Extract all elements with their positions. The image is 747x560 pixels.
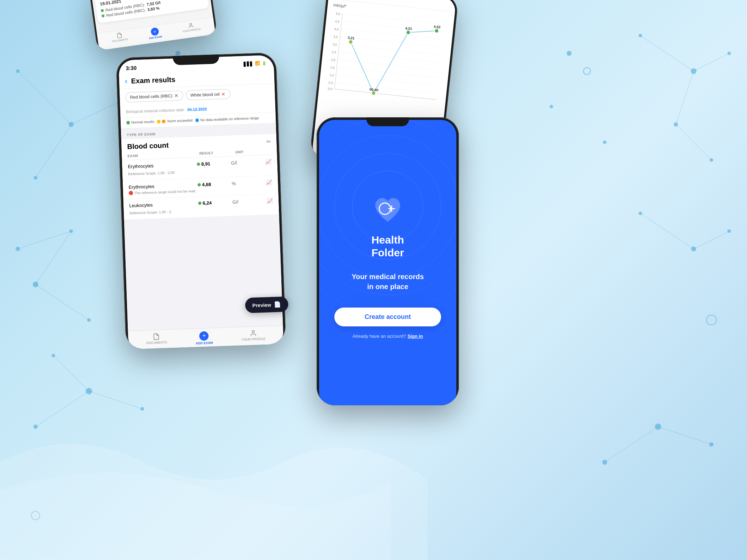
status-time-p2: 3:30 bbox=[126, 65, 137, 71]
rbc-tag-close[interactable]: ✕ bbox=[174, 93, 179, 98]
svg-point-36 bbox=[141, 407, 144, 411]
nav-profile-p2[interactable]: YOUR PROFILE bbox=[241, 329, 265, 343]
preview-label: Preview bbox=[252, 302, 271, 308]
legend-normal-label: Normal results bbox=[131, 119, 154, 124]
svg-point-26 bbox=[691, 68, 696, 74]
svg-point-27 bbox=[727, 52, 731, 55]
bio-date-value: 04.12.2022 bbox=[187, 107, 207, 112]
leukocytes-ref: Reference Scope: 1,00 - 2, bbox=[129, 210, 172, 215]
svg-line-13 bbox=[53, 356, 89, 391]
preview-tooltip[interactable]: Preview 📄 bbox=[245, 297, 288, 313]
wbc-tag-close[interactable]: ✕ bbox=[221, 91, 226, 97]
svg-point-37 bbox=[602, 460, 607, 465]
phone4-wrapper: Health Folder Your medical records in on… bbox=[317, 117, 459, 405]
svg-point-17 bbox=[16, 69, 20, 73]
svg-point-25 bbox=[639, 34, 642, 37]
health-folder-logo bbox=[372, 195, 404, 227]
chart-icon-e1[interactable]: 📈 bbox=[265, 159, 272, 165]
nav-add-exam-p1[interactable]: + ADD EXAM bbox=[148, 27, 162, 39]
signal-icon-p2: ▋▋▋ bbox=[243, 61, 253, 66]
svg-line-72 bbox=[334, 89, 436, 100]
svg-point-43 bbox=[550, 105, 553, 108]
svg-line-0 bbox=[18, 71, 71, 124]
svg-line-8 bbox=[676, 71, 694, 124]
svg-point-18 bbox=[69, 122, 74, 127]
svg-text:3,21: 3,21 bbox=[348, 36, 355, 40]
create-account-button[interactable]: Create account bbox=[334, 308, 441, 326]
nav-add-exam-p2[interactable]: + ADD EXAM bbox=[195, 331, 213, 345]
svg-line-63 bbox=[340, 37, 442, 47]
signin-section: Already have an account? Sign in bbox=[353, 333, 423, 339]
svg-text:4,21: 4,21 bbox=[405, 26, 413, 31]
svg-text:3,0: 3,0 bbox=[333, 43, 337, 47]
svg-point-21 bbox=[16, 247, 20, 251]
nav-documents-p1[interactable]: DOCUMENTS bbox=[111, 32, 128, 45]
svg-line-15 bbox=[605, 427, 658, 462]
svg-text:12.06.2022: 12.06.2022 bbox=[338, 92, 352, 97]
edit-icon-blood[interactable]: ✏ bbox=[266, 138, 271, 145]
svg-line-65 bbox=[338, 52, 440, 63]
svg-line-9 bbox=[676, 124, 711, 160]
phone2-wrapper: 3:30 ▋▋▋ 📶 🔋 ‹ Exam results Red blood ce… bbox=[116, 52, 286, 349]
app-logo: Health Folder bbox=[371, 195, 404, 259]
nav-profile-p1[interactable]: YOUR PROFILE bbox=[181, 21, 201, 35]
svg-text:0,0: 0,0 bbox=[328, 87, 332, 91]
svg-line-4 bbox=[36, 231, 71, 284]
svg-point-40 bbox=[175, 51, 180, 56]
filter-tag-rbc[interactable]: Red blood cells (RBC) ✕ bbox=[125, 91, 183, 103]
wbc-tag-label: White blood cel bbox=[190, 92, 219, 98]
svg-line-11 bbox=[694, 231, 729, 249]
svg-text:4,5: 4,5 bbox=[335, 20, 339, 23]
svg-point-34 bbox=[86, 388, 92, 394]
svg-point-45 bbox=[31, 511, 40, 520]
rbc-item2-value: 3,83 % bbox=[147, 6, 160, 12]
blood-count-title: Blood count bbox=[127, 141, 169, 151]
svg-point-48 bbox=[252, 330, 254, 333]
svg-line-1 bbox=[36, 124, 71, 178]
nav-documents-p2[interactable]: DOCUMENTS bbox=[146, 333, 167, 347]
svg-point-30 bbox=[639, 212, 642, 215]
tagline-line1: Your medical records bbox=[351, 272, 424, 282]
nav-add-label-p2: ADD EXAM bbox=[196, 341, 213, 345]
svg-point-22 bbox=[69, 229, 73, 233]
erythrocytes-1-ref: Reference Scope: 1,00 - 2,00 bbox=[128, 171, 175, 176]
svg-point-75 bbox=[406, 30, 410, 35]
chart-icon-leu[interactable]: 📈 bbox=[267, 198, 273, 204]
preview-doc-icon: 📄 bbox=[274, 301, 281, 308]
nav-profile-label-p2: YOUR PROFILE bbox=[242, 337, 265, 341]
erythrocytes-2-value: 4,68 bbox=[202, 181, 211, 187]
svg-line-62 bbox=[341, 29, 443, 39]
y-unit-label: mln/µl* bbox=[333, 2, 346, 9]
svg-line-16 bbox=[658, 427, 711, 444]
col-header-unit: UNIT bbox=[235, 149, 271, 154]
app-name: Health bbox=[371, 234, 404, 246]
svg-text:24.09.2022: 24.09.2022 bbox=[366, 95, 380, 100]
svg-point-47 bbox=[190, 23, 192, 25]
legend-nodata: No data available on reference range bbox=[195, 116, 259, 122]
exam-results-title: Exam results bbox=[131, 75, 175, 85]
legend-exceeded: Norm exceeded bbox=[157, 118, 192, 123]
svg-point-29 bbox=[710, 158, 713, 162]
svg-text:04.01.2023: 04.01.2023 bbox=[394, 98, 408, 102]
signin-link[interactable]: Sign in bbox=[408, 334, 423, 339]
svg-line-61 bbox=[341, 21, 444, 32]
chart-svg: 5,0 4,5 4,0 3,5 3,0 2,5 2,0 1,5 1,0 0,5 … bbox=[324, 9, 448, 102]
svg-text:10.05.2023: 10.05.2023 bbox=[422, 101, 436, 102]
section-type-label: TYPE OF EXAM bbox=[127, 132, 155, 137]
filter-tag-wbc[interactable]: White blood cel ✕ bbox=[186, 89, 231, 100]
svg-line-7 bbox=[694, 53, 729, 71]
back-button-p2[interactable]: ‹ bbox=[125, 76, 128, 86]
chart-icon-e2[interactable]: 📈 bbox=[266, 179, 272, 185]
app-name-2: Folder bbox=[371, 246, 404, 259]
svg-point-73 bbox=[348, 39, 353, 44]
rbc-tag-label: Red blood cells (RBC) bbox=[130, 94, 172, 100]
tagline-line2: in one place bbox=[351, 282, 424, 292]
svg-point-28 bbox=[674, 122, 678, 127]
tagline: Your medical records in one place bbox=[351, 272, 424, 292]
svg-point-33 bbox=[33, 425, 38, 429]
svg-text:5,0: 5,0 bbox=[336, 12, 340, 16]
svg-text:2,0: 2,0 bbox=[331, 58, 335, 62]
legend-normal: Normal results bbox=[126, 119, 154, 124]
legend-exceeded-label: Norm exceeded bbox=[167, 118, 192, 123]
nav-docs-label-p1: DOCUMENTS bbox=[112, 38, 128, 43]
